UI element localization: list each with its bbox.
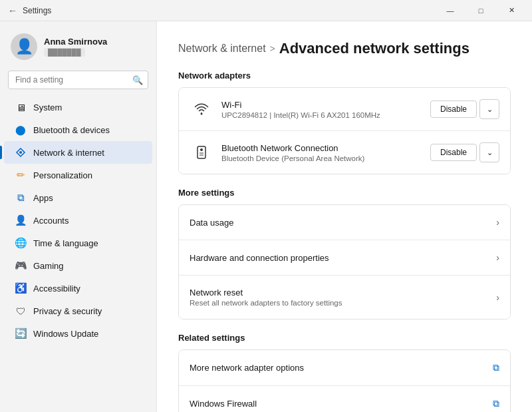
adapter-options-external-link-icon: ⧉ xyxy=(493,362,499,373)
user-info: Anna Smirnova ███████ xyxy=(44,37,107,57)
adapters-list: Wi-Fi UPC2894812 | Intel(R) Wi-Fi 6 AX20… xyxy=(178,87,511,174)
svg-point-0 xyxy=(19,151,22,154)
hardware-title: Hardware and connection properties xyxy=(190,253,496,263)
firewall-item[interactable]: Windows Firewall ⧉ xyxy=(179,386,510,412)
system-icon: 🖥 xyxy=(15,101,27,113)
sidebar-item-label: Accessibility xyxy=(33,284,80,294)
network-reset-subtitle: Reset all network adapters to factory se… xyxy=(190,299,496,307)
more-settings-list: Data usage › Hardware and connection pro… xyxy=(178,204,511,319)
data-usage-item[interactable]: Data usage › xyxy=(179,205,510,240)
bluetooth-net-adapter-item[interactable]: Bluetooth Network Connection Bluetooth D… xyxy=(179,131,510,174)
sidebar-item-system[interactable]: 🖥 System xyxy=(4,96,152,118)
adapter-options-title: More network adapter options xyxy=(190,363,493,373)
wifi-adapter-actions: Disable ⌄ xyxy=(430,99,499,119)
user-name: Anna Smirnova xyxy=(44,37,107,47)
sidebar-item-accounts[interactable]: 👤 Accounts xyxy=(4,209,152,232)
data-usage-title: Data usage xyxy=(190,218,496,228)
network-reset-title: Network reset xyxy=(190,288,496,298)
breadcrumb: Network & internet > Advanced network se… xyxy=(178,40,511,57)
user-account-badge: ███████ xyxy=(44,48,85,57)
search-input[interactable] xyxy=(8,71,148,89)
sidebar-item-label: Privacy & security xyxy=(33,306,102,316)
sidebar-item-label: Windows Update xyxy=(33,329,98,339)
user-profile[interactable]: 👤 Anna Smirnova ███████ xyxy=(0,27,156,71)
svg-rect-2 xyxy=(198,146,205,158)
wifi-adapter-title: Wi-Fi xyxy=(221,100,430,110)
bluetooth-icon: ⬤ xyxy=(15,124,27,136)
hardware-text: Hardware and connection properties xyxy=(190,253,496,263)
network-reset-chevron-icon: › xyxy=(496,292,499,303)
sidebar-item-label: Time & language xyxy=(33,238,98,248)
back-icon[interactable]: ← xyxy=(8,5,17,16)
bluetooth-net-adapter-actions: Disable ⌄ xyxy=(430,142,499,162)
network-reset-item[interactable]: Network reset Reset all network adapters… xyxy=(179,276,510,319)
titlebar-title: Settings xyxy=(23,6,51,15)
wifi-adapter-icon xyxy=(190,97,213,121)
chevron-down-icon: ⌄ xyxy=(487,148,493,157)
titlebar: ← Settings — □ ✕ xyxy=(0,0,532,21)
search-icon: 🔍 xyxy=(132,75,143,85)
maximize-button[interactable]: □ xyxy=(466,0,496,21)
sidebar-item-network[interactable]: Network & internet xyxy=(4,141,152,164)
titlebar-left: ← Settings xyxy=(8,5,51,16)
wifi-adapter-subtitle: UPC2894812 | Intel(R) Wi-Fi 6 AX201 160M… xyxy=(221,111,430,119)
bluetooth-net-adapter-icon xyxy=(190,140,213,164)
accounts-icon: 👤 xyxy=(15,214,27,226)
network-reset-text: Network reset Reset all network adapters… xyxy=(190,288,496,307)
bluetooth-net-adapter-subtitle: Bluetooth Device (Personal Area Network) xyxy=(221,154,430,162)
apps-icon: ⧉ xyxy=(15,192,27,204)
sidebar-item-personalization[interactable]: ✏ Personalization xyxy=(4,164,152,186)
firewall-text: Windows Firewall xyxy=(190,399,493,409)
close-button[interactable]: ✕ xyxy=(496,0,527,21)
minimize-button[interactable]: — xyxy=(435,0,466,21)
titlebar-controls: — □ ✕ xyxy=(435,0,527,21)
sidebar-item-apps[interactable]: ⧉ Apps xyxy=(4,186,152,209)
main-content: Network & internet > Advanced network se… xyxy=(157,21,532,412)
data-usage-chevron-icon: › xyxy=(496,217,499,228)
privacy-icon: 🛡 xyxy=(15,305,27,317)
adapter-options-item[interactable]: More network adapter options ⧉ xyxy=(179,350,510,386)
wifi-disable-button[interactable]: Disable xyxy=(430,101,477,118)
breadcrumb-current: Advanced network settings xyxy=(279,40,469,57)
related-settings-title: Related settings xyxy=(178,333,511,343)
adapters-section-title: Network adapters xyxy=(178,71,511,81)
sidebar-item-label: Gaming xyxy=(33,261,64,271)
breadcrumb-separator: > xyxy=(270,43,275,54)
wifi-expand-button[interactable]: ⌄ xyxy=(479,99,499,119)
data-usage-text: Data usage xyxy=(190,218,496,228)
hardware-item[interactable]: Hardware and connection properties › xyxy=(179,240,510,276)
firewall-external-link-icon: ⧉ xyxy=(493,398,499,409)
user-icon: 👤 xyxy=(15,38,33,55)
sidebar-item-time[interactable]: 🌐 Time & language xyxy=(4,232,152,254)
bluetooth-net-adapter-text: Bluetooth Network Connection Bluetooth D… xyxy=(221,143,430,162)
sidebar-item-label: Apps xyxy=(33,193,53,203)
windows-update-icon: 🔄 xyxy=(15,327,27,339)
personalization-icon: ✏ xyxy=(15,169,27,181)
sidebar-item-label: System xyxy=(33,103,62,112)
gaming-icon: 🎮 xyxy=(15,260,27,272)
network-icon xyxy=(15,146,27,158)
app-container: 👤 Anna Smirnova ███████ 🔍 🖥 System ⬤ Blu… xyxy=(0,21,532,412)
nav-list: 🖥 System ⬤ Bluetooth & devices Network &… xyxy=(0,96,156,345)
sidebar-item-label: Bluetooth & devices xyxy=(33,125,110,135)
bluetooth-net-adapter-title: Bluetooth Network Connection xyxy=(221,143,430,153)
wifi-adapter-item[interactable]: Wi-Fi UPC2894812 | Intel(R) Wi-Fi 6 AX20… xyxy=(179,88,510,131)
sidebar-item-windows-update[interactable]: 🔄 Windows Update xyxy=(4,322,152,345)
sidebar-item-label: Personalization xyxy=(33,170,92,180)
search-box: 🔍 xyxy=(8,71,148,89)
time-icon: 🌐 xyxy=(15,237,27,249)
sidebar-item-bluetooth[interactable]: ⬤ Bluetooth & devices xyxy=(4,118,152,141)
sidebar-item-label: Accounts xyxy=(33,216,68,226)
sidebar-item-accessibility[interactable]: ♿ Accessibility xyxy=(4,277,152,300)
chevron-down-icon: ⌄ xyxy=(487,105,493,114)
svg-point-3 xyxy=(200,148,203,151)
sidebar-item-gaming[interactable]: 🎮 Gaming xyxy=(4,254,152,277)
sidebar-item-label: Network & internet xyxy=(33,148,104,158)
bluetooth-net-disable-button[interactable]: Disable xyxy=(430,144,477,161)
wifi-adapter-text: Wi-Fi UPC2894812 | Intel(R) Wi-Fi 6 AX20… xyxy=(221,100,430,119)
breadcrumb-parent[interactable]: Network & internet xyxy=(178,43,266,55)
related-settings-list: More network adapter options ⧉ Windows F… xyxy=(178,349,511,412)
bluetooth-net-expand-button[interactable]: ⌄ xyxy=(479,142,499,162)
sidebar: 👤 Anna Smirnova ███████ 🔍 🖥 System ⬤ Blu… xyxy=(0,21,157,412)
sidebar-item-privacy[interactable]: 🛡 Privacy & security xyxy=(4,300,152,322)
